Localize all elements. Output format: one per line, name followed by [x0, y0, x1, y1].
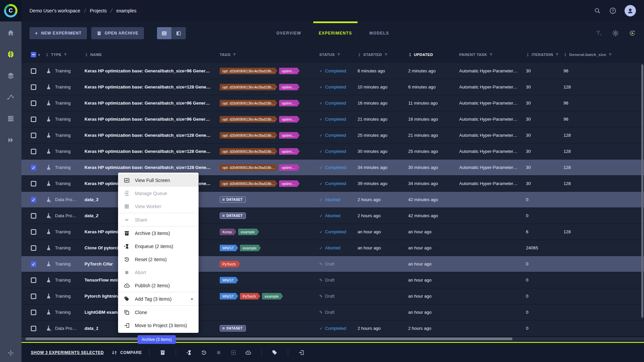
table-row[interactable]: ✓TrainingKeras HP optimization base: Gen… [21, 160, 644, 176]
row-checkbox[interactable] [31, 229, 36, 235]
table-view-toggle[interactable] [157, 27, 171, 39]
row-checkbox[interactable] [31, 117, 36, 122]
sidebar-item-home-icon[interactable] [7, 29, 15, 37]
sidebar-item-workers-icon[interactable] [7, 115, 15, 123]
select-all-checkbox[interactable] [31, 52, 36, 57]
footer-reset-button[interactable] [198, 347, 210, 358]
row-checkbox[interactable]: ✓ [31, 165, 36, 170]
menu-item-move-to-project-3-items[interactable]: Move to Project (3 items) [118, 319, 199, 332]
search-icon[interactable] [594, 7, 601, 14]
row-checkbox[interactable] [31, 181, 36, 186]
table-row[interactable]: TrainingKeras HP optimization base: Gene… [21, 111, 644, 127]
table-row[interactable]: TrainingKeras HP optimization base: Gene… [21, 127, 644, 143]
new-experiment-button[interactable]: + NEW EXPERIMENT [30, 27, 87, 39]
menu-item-clone[interactable]: Clone [118, 306, 199, 319]
sort-icon[interactable] [408, 53, 412, 57]
row-checkbox[interactable] [31, 213, 36, 219]
user-avatar[interactable] [625, 5, 636, 16]
footer-move-button[interactable] [296, 347, 307, 358]
column-header-iteration[interactable]: ITERATION [526, 53, 564, 57]
row-checkbox[interactable] [31, 84, 36, 90]
auto-refresh-icon[interactable] [629, 29, 636, 37]
horizontal-scrollbar[interactable] [21, 337, 644, 341]
sidebar-item-layers-icon[interactable] [7, 72, 15, 80]
table-row[interactable]: ✓TrainingPyTorch CifarPyTorch✎Draftan ho… [21, 256, 644, 272]
row-checkbox[interactable] [31, 310, 36, 315]
column-header-updated[interactable]: UPDATED [408, 53, 459, 57]
tab-models[interactable]: MODELS [369, 21, 389, 45]
row-checkbox[interactable] [31, 68, 36, 74]
footer-enqueue-button[interactable] [183, 347, 195, 358]
row-checkbox[interactable] [31, 101, 36, 106]
footer-publish-button[interactable] [243, 347, 254, 358]
row-checkbox[interactable] [31, 149, 36, 154]
horizontal-scrollbar-thumb[interactable] [25, 338, 513, 340]
filter-icon[interactable] [232, 53, 236, 57]
breadcrumb-item[interactable]: Projects [90, 8, 107, 13]
sidebar-item-pipeline-icon[interactable] [7, 93, 15, 101]
sort-icon[interactable] [45, 53, 49, 57]
open-archive-button[interactable]: OPEN ARCHIVE [91, 27, 144, 39]
table-row[interactable]: TrainingLightGBM example✎Draftan hour ag… [21, 304, 644, 320]
chevron-down-icon[interactable]: ▾ [38, 53, 40, 57]
column-header-parent-task[interactable]: PARENT TASK [459, 53, 526, 57]
sidebar-item-brain-icon[interactable] [7, 50, 15, 58]
table-row[interactable]: TrainingKeras HP optimization base: Gene… [21, 79, 644, 95]
row-checkbox[interactable] [31, 245, 36, 251]
column-header-tags[interactable]: TAGS [220, 53, 319, 57]
column-header-general-batch-size[interactable]: General.batch_size [564, 53, 621, 57]
row-checkbox[interactable] [31, 278, 36, 283]
row-checkbox[interactable]: ✓ [31, 261, 36, 267]
table-row[interactable]: TrainingClone Of pytorchMNISTexample✓Abo… [21, 240, 644, 256]
sidebar-item-apps-icon[interactable] [7, 136, 15, 144]
row-checkbox[interactable] [31, 294, 36, 299]
sort-icon[interactable] [526, 53, 530, 57]
table-row[interactable]: ✓Data Pro…data_3DATASET✓Aborted2 hours a… [21, 192, 644, 208]
menu-item-add-tag-3-items[interactable]: Add Tag (3 items)▸ [118, 292, 199, 305]
community-icon[interactable] [0, 349, 21, 357]
help-icon[interactable]: ? [609, 7, 616, 14]
table-row[interactable]: TrainingKeras HP optimization base: Gene… [21, 176, 644, 192]
row-checkbox[interactable] [31, 326, 36, 331]
gear-icon[interactable] [612, 29, 619, 37]
tab-experiments[interactable]: EXPERIMENTS [319, 21, 352, 45]
breadcrumb-item[interactable]: Demo User's workspace [30, 8, 80, 13]
table-row[interactable]: TrainingPytorch lightning exampleMNISTPy… [21, 288, 644, 304]
footer-archive-button[interactable] [157, 347, 168, 358]
menu-item-archive-3-items[interactable]: Archive (3 items) [118, 227, 199, 240]
table-row[interactable]: Data Pro…data_2DATASET✓Aborted2 hours ag… [21, 208, 644, 224]
menu-item-enqueue-2-items[interactable]: Enqueue (2 items) [118, 240, 199, 253]
row-checkbox[interactable] [31, 133, 36, 138]
menu-item-publish-2-items[interactable]: Publish (2 items) [118, 279, 199, 292]
footer-tag-button[interactable] [269, 347, 280, 358]
sort-icon[interactable] [564, 53, 567, 57]
filter-icon[interactable] [555, 53, 559, 57]
split-view-toggle[interactable] [171, 27, 186, 39]
filter-icon[interactable] [63, 53, 67, 57]
sort-icon[interactable] [85, 53, 88, 57]
breadcrumb-item[interactable]: examples [116, 8, 137, 13]
vertical-scrollbar[interactable] [641, 64, 643, 318]
filter-icon[interactable] [337, 53, 341, 57]
table-row[interactable]: TrainingKeras HP optimization base: Gene… [21, 143, 644, 160]
clearml-logo[interactable]: C [0, 0, 21, 21]
table-row[interactable]: TrainingKeras HP optimization base: Gene… [21, 95, 644, 111]
column-header-type[interactable]: TYPE [45, 53, 85, 57]
filter-icon[interactable] [384, 53, 388, 57]
table-row[interactable]: TrainingTensorFlow mnistMNIST✎Draftan ho… [21, 272, 644, 288]
filter-icon[interactable] [608, 53, 612, 57]
table-row[interactable]: Data Pro…data_1DATASET✓Completed2 hours … [21, 320, 644, 337]
column-header-started[interactable]: STARTED [358, 53, 408, 57]
filter-clear-icon[interactable] [595, 29, 602, 37]
menu-item-view-full-screen[interactable]: View Full Screen [118, 174, 199, 187]
table-row[interactable]: TrainingKeras HP optimization baseKerase… [21, 224, 644, 240]
menu-item-reset-2-items[interactable]: Reset (2 items) [118, 253, 199, 266]
filter-icon[interactable] [489, 53, 493, 57]
row-checkbox[interactable]: ✓ [31, 197, 36, 202]
tab-overview[interactable]: OVERVIEW [276, 21, 301, 45]
column-header-name[interactable]: NAME [85, 53, 220, 57]
sort-icon[interactable] [358, 53, 361, 57]
column-header-status[interactable]: STATUS [319, 53, 358, 57]
compare-button[interactable]: COMPARE [111, 350, 142, 356]
table-row[interactable]: TrainingKeras HP optimization base: Gene… [21, 63, 644, 79]
